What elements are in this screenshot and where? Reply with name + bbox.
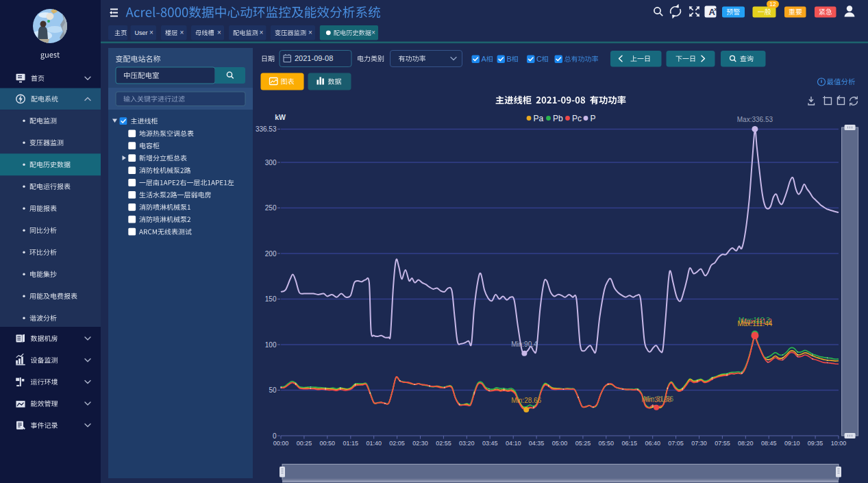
svg-text:02:55: 02:55 xyxy=(436,440,451,447)
svg-text:08:45: 08:45 xyxy=(761,440,777,447)
svg-text:06:15: 06:15 xyxy=(622,440,638,447)
svg-text:Min:28.66: Min:28.66 xyxy=(511,397,541,404)
svg-text:Pb: Pb xyxy=(553,114,563,123)
svg-text:×: × xyxy=(217,29,221,36)
svg-text:05:00: 05:00 xyxy=(552,440,568,447)
svg-text:05:50: 05:50 xyxy=(599,440,615,447)
svg-text:00:25: 00:25 xyxy=(297,440,312,447)
svg-text:Min:90.4: Min:90.4 xyxy=(511,340,538,348)
svg-text:C: C xyxy=(536,55,542,63)
svg-text:200: 200 xyxy=(265,250,277,258)
svg-text:05:25: 05:25 xyxy=(575,440,591,447)
svg-text:A: A xyxy=(482,55,487,63)
svg-text:00:50: 00:50 xyxy=(320,440,336,447)
svg-text:03:20: 03:20 xyxy=(459,440,475,447)
svg-text:09:10: 09:10 xyxy=(784,440,800,447)
svg-text:×: × xyxy=(180,29,184,36)
svg-text:07:30: 07:30 xyxy=(691,440,707,447)
svg-text:Min:30.98: Min:30.98 xyxy=(641,396,671,404)
svg-text:08:20: 08:20 xyxy=(738,440,754,447)
svg-text:04:10: 04:10 xyxy=(506,440,521,447)
svg-text:Pa: Pa xyxy=(534,114,544,123)
svg-text:01:15: 01:15 xyxy=(343,440,359,447)
svg-text:07:55: 07:55 xyxy=(715,440,730,447)
svg-text:kW: kW xyxy=(275,113,286,121)
svg-text:50: 50 xyxy=(269,386,277,394)
svg-text:250: 250 xyxy=(265,204,277,212)
svg-text:Max:111.44: Max:111.44 xyxy=(738,320,773,327)
svg-text:300: 300 xyxy=(265,159,277,166)
svg-text:×: × xyxy=(308,29,312,36)
svg-text:06:40: 06:40 xyxy=(645,440,660,447)
svg-text:0: 0 xyxy=(273,432,277,440)
svg-text:03:45: 03:45 xyxy=(482,440,498,447)
svg-text:×: × xyxy=(149,29,153,36)
svg-text:Max:336.53: Max:336.53 xyxy=(737,116,773,123)
svg-text:00:00: 00:00 xyxy=(273,440,289,447)
svg-text:B: B xyxy=(507,55,512,63)
svg-text:x: x xyxy=(714,6,717,12)
svg-text:P: P xyxy=(591,114,596,123)
svg-text:×: × xyxy=(371,29,375,36)
svg-text:10:00: 10:00 xyxy=(831,440,847,447)
svg-text:01:40: 01:40 xyxy=(366,440,382,447)
svg-text:Pc: Pc xyxy=(572,114,582,123)
svg-text:150: 150 xyxy=(265,295,277,303)
svg-text:100: 100 xyxy=(265,341,277,349)
svg-text:07:05: 07:05 xyxy=(668,440,684,447)
svg-text:12: 12 xyxy=(769,1,776,8)
svg-text:336.53: 336.53 xyxy=(256,125,277,133)
svg-text:02:30: 02:30 xyxy=(412,440,428,447)
svg-text:09:35: 09:35 xyxy=(808,440,823,447)
svg-text:×: × xyxy=(260,29,264,36)
svg-text:04:35: 04:35 xyxy=(529,440,545,447)
svg-text:2021-09-08: 2021-09-08 xyxy=(295,54,333,62)
svg-text:User: User xyxy=(135,29,148,36)
svg-text:02:05: 02:05 xyxy=(389,440,405,447)
